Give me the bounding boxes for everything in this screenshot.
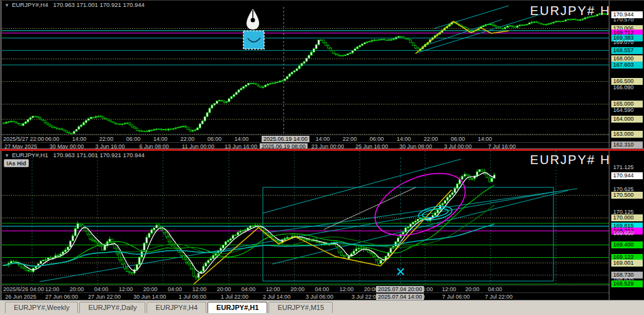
time-label: 12:00 xyxy=(340,286,354,292)
time-label: 7 Jul 22:00 xyxy=(485,294,513,300)
axis-tick-label: 169.650 xyxy=(613,230,644,237)
time-label: 04:00 xyxy=(94,286,109,292)
ohlc-quote: 170.963 171.001 170.921 170.944 xyxy=(53,1,144,8)
h4-price-axis[interactable]: 170.944170.570170.006169.712169.383169.0… xyxy=(609,1,644,150)
price-level-label: 164.000 xyxy=(611,116,643,123)
time-label: 26 Jun 2025 xyxy=(5,294,36,300)
watermark-symbol-h4: EURJPY# H4 xyxy=(530,4,619,18)
time-label: 04:00 xyxy=(488,286,502,292)
time-label: 12:00 xyxy=(45,286,60,292)
candles xyxy=(3,13,608,135)
crosshair-time-box: 2025.07.04 20:00 xyxy=(376,286,424,292)
time-label: 22:00 xyxy=(343,136,357,142)
axis-tick-label: 164.590 xyxy=(613,107,644,114)
chart-window-h1: ▼EURJPY#,H1170.963 171.001 170.921 170.9… xyxy=(0,151,644,300)
time-label: 06:00 xyxy=(370,136,384,142)
chart-tab-weekly[interactable]: EURJPY#,Weekly xyxy=(5,302,78,313)
time-label: 06:00 xyxy=(45,136,60,142)
time-label: 06:00 xyxy=(208,136,222,142)
time-label: 14:00 xyxy=(235,136,249,142)
h1-price-axis[interactable]: 171.125170.944170.625170.500170.125170.0… xyxy=(609,151,644,300)
time-label: 20:00 xyxy=(143,286,158,292)
chart-window-h4: ▼EURJPY#,H4170.963 171.001 170.921 170.9… xyxy=(0,0,644,148)
time-label: 22:00 xyxy=(180,136,195,142)
time-label: 30 Jun 14:00 xyxy=(133,294,166,300)
time-label: 22:00 xyxy=(424,136,438,142)
chart-tab-bar: EURJPY#,WeeklyEURJPY#,DailyEURJPY#,H4EUR… xyxy=(0,300,644,315)
collapse-icon[interactable]: ▼ xyxy=(4,3,9,8)
chart-title-h1: ▼EURJPY#,H1170.963 171.001 170.921 170.9… xyxy=(4,152,145,158)
time-label: 12:00 xyxy=(119,286,133,292)
axis-tick-label: 170.570 xyxy=(613,16,644,23)
time-label: 3 Jul 06:00 xyxy=(306,294,333,300)
time-label: 2025/6/26 04:00 xyxy=(3,286,44,292)
time-label: 22:00 xyxy=(99,136,114,142)
time-label: 06:00 xyxy=(126,136,141,142)
time-label: 7 Jul 06:00 xyxy=(442,294,470,300)
price-level-label: 170.944 xyxy=(611,172,643,179)
time-label: 04:00 xyxy=(242,286,256,292)
crosshair-time-box: 2025.06.19 14:00 xyxy=(262,136,309,142)
price-level-label: 168.529 xyxy=(611,280,643,287)
pen-nib-icon xyxy=(247,9,259,30)
price-level-label: 170.500 xyxy=(611,192,643,199)
time-label: 20:00 xyxy=(465,286,480,292)
trendline-object[interactable] xyxy=(272,191,568,264)
price-level-label: 170.000 xyxy=(611,214,643,221)
price-level-label: 167.603 xyxy=(611,62,643,69)
candles xyxy=(3,169,496,280)
chart-tab-m15[interactable]: EURJPY#,M15 xyxy=(269,302,333,313)
h4-plot-area[interactable] xyxy=(2,1,609,135)
price-level-label: 168.557 xyxy=(611,47,643,54)
time-label: 1 Jul 06:00 xyxy=(179,294,206,300)
axis-tick-label: 166.090 xyxy=(613,84,644,91)
time-label: 20:00 xyxy=(217,286,231,292)
time-label: 12:00 xyxy=(442,286,457,292)
price-level-label: 163.000 xyxy=(611,131,643,138)
time-label: 14:00 xyxy=(316,136,330,142)
chart-title-h4: ▼EURJPY#,H4170.963 171.001 170.921 170.9… xyxy=(4,1,145,8)
time-label: 27 Jun 06:00 xyxy=(45,294,78,300)
crosshair-x-mark xyxy=(397,268,404,275)
h1-time-axis[interactable]: 2025/6/26 04:0012:0020:0004:0012:0020:00… xyxy=(2,285,609,300)
time-label: 27 Jun 22:00 xyxy=(88,294,121,300)
price-level-label: 169.001 xyxy=(611,260,643,267)
time-label: 06:00 xyxy=(451,136,465,142)
axis-tick-label: 169.070 xyxy=(613,39,644,46)
time-label: 2 Jul 14:00 xyxy=(263,294,291,300)
time-label: 20:00 xyxy=(291,286,305,292)
time-label: 04:00 xyxy=(168,286,182,292)
chart-tab-daily[interactable]: EURJPY#,Daily xyxy=(79,302,145,313)
crosshair-time-box: 2025.07.04 14:00 xyxy=(376,294,424,300)
trendline-object[interactable] xyxy=(263,159,461,213)
collapse-icon[interactable]: ▼ xyxy=(4,153,9,158)
time-label: 12:00 xyxy=(266,286,280,292)
symbol-timeframe-label: EURJPY#,H4 xyxy=(12,1,48,8)
time-label: 14:00 xyxy=(397,136,411,142)
chart-tab-h4[interactable]: EURJPY#,H4 xyxy=(147,302,206,313)
active-window-border xyxy=(0,149,644,151)
time-label: 04:00 xyxy=(315,286,330,292)
watermark-symbol-h1: EURJPY# H1 xyxy=(530,153,619,167)
h1-plot-area[interactable] xyxy=(2,151,609,285)
time-label: 20:00 xyxy=(70,286,84,292)
time-label: 14:00 xyxy=(478,136,492,142)
symbol-timeframe-label: EURJPY#,H1 xyxy=(12,152,48,158)
ohlc-quote: 170.963 171.001 170.921 170.944 xyxy=(53,152,144,158)
h1-time-row-dates: 26 Jun 202527 Jun 06:0027 Jun 22:0030 Ju… xyxy=(2,292,609,301)
h4-time-axis[interactable]: 2025/5/27 22:0006:0014:0022:0006:0014:00… xyxy=(2,135,609,150)
price-level-label: 162.310 xyxy=(611,141,643,148)
as-hide-button[interactable]: !As Hid xyxy=(4,159,29,167)
chart-tab-h1[interactable]: EURJPY#,H1 xyxy=(208,302,267,313)
time-label: 1 Jul 22:00 xyxy=(221,294,248,300)
time-label: 14:00 xyxy=(72,136,87,142)
axis-tick-label: 171.125 xyxy=(613,164,644,171)
time-label: 3 Jul 22:00 xyxy=(352,294,379,300)
time-label: 14:00 xyxy=(153,136,168,142)
time-label: 2025/5/27 22:00 xyxy=(3,136,44,142)
smile-sticker-object[interactable] xyxy=(243,31,264,49)
trendline-object[interactable] xyxy=(435,6,509,28)
price-level-label: 169.400 xyxy=(611,241,643,248)
ellipse-object[interactable] xyxy=(365,161,474,248)
time-label: 12:00 xyxy=(192,286,207,292)
